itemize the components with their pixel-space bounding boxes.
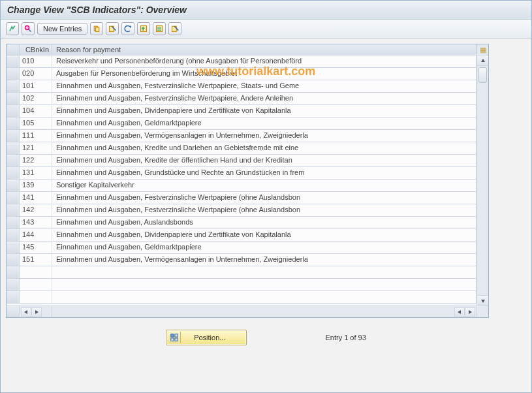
scroll-down-arrow[interactable] (477, 295, 488, 306)
scroll-right-arrow[interactable] (31, 307, 42, 317)
row-selector[interactable] (7, 130, 20, 142)
select-all-header[interactable] (7, 44, 20, 55)
select-block-button[interactable] (153, 22, 166, 35)
grid-settings-icon: ▦ (480, 46, 486, 54)
svg-marker-19 (481, 59, 485, 62)
cell-reason[interactable]: Einnahmen und Ausgaben, Festverzinsliche… (52, 93, 477, 104)
table-row[interactable]: 139Sonstiger Kapitalverkehr (7, 180, 477, 192)
cell-cbnkin[interactable]: 139 (20, 180, 52, 191)
cell-reason[interactable]: Einnahmen und Ausgaben, Festverzinsliche… (52, 80, 477, 92)
cell-reason[interactable]: Einnahmen und Ausgaben, Festverzinsliche… (52, 192, 477, 204)
cell-cbnkin[interactable]: 101 (20, 80, 52, 92)
cell-cbnkin[interactable]: 142 (20, 204, 52, 216)
svg-rect-25 (170, 334, 173, 337)
row-selector[interactable] (7, 80, 20, 92)
cell-reason[interactable]: Einnahmen und Ausgaben, Festverzinsliche… (52, 204, 477, 216)
cell-cbnkin[interactable]: 010 (20, 55, 52, 67)
table-row[interactable]: 145Einnahmen und Ausgaben, Geldmarktpapi… (7, 242, 477, 254)
title-bar: Change View "SCB Indicators": Overview (1, 1, 531, 20)
delete-button[interactable] (106, 22, 119, 35)
cell-cbnkin[interactable]: 131 (20, 167, 52, 179)
cell-reason[interactable]: Reiseverkehr und Personenbeförderung (oh… (52, 55, 477, 67)
cell-cbnkin[interactable]: 141 (20, 192, 52, 204)
scroll-left-arrow[interactable] (21, 307, 31, 317)
row-selector[interactable] (7, 229, 20, 241)
table-row[interactable]: 141Einnahmen und Ausgaben, Festverzinsli… (7, 192, 477, 204)
table-row[interactable]: 101Einnahmen und Ausgaben, Festverzinsli… (7, 80, 477, 93)
cell-cbnkin[interactable]: 122 (20, 155, 52, 166)
cell-reason[interactable]: Einnahmen und Ausgaben, Grundstücke und … (52, 167, 477, 179)
scroll-right-arrow-b[interactable] (465, 307, 475, 317)
table-row[interactable]: 143Einnahmen und Ausgaben, Auslandsbonds (7, 217, 477, 229)
undo-change-button[interactable] (121, 22, 134, 35)
row-selector[interactable] (7, 105, 20, 117)
cell-reason[interactable]: Einnahmen und Ausgaben, Kredite der öffe… (52, 155, 477, 166)
table-row[interactable]: 020Ausgaben für Personenbeförderung im W… (7, 68, 477, 80)
row-selector[interactable] (7, 55, 20, 67)
row-selector[interactable] (7, 68, 20, 80)
find-button[interactable] (22, 22, 35, 35)
cell-cbnkin[interactable]: 102 (20, 93, 52, 104)
cell-cbnkin[interactable]: 121 (20, 142, 52, 154)
row-selector[interactable] (7, 93, 20, 104)
vertical-scrollbar[interactable] (477, 55, 488, 306)
cell-cbnkin[interactable]: 144 (20, 229, 52, 241)
row-selector[interactable] (7, 192, 20, 204)
row-selector[interactable] (7, 142, 20, 154)
cell-reason[interactable]: Einnahmen und Ausgaben, Dividenpapiere u… (52, 229, 477, 241)
table-row[interactable]: 144Einnahmen und Ausgaben, Dividenpapier… (7, 229, 477, 242)
cell-reason[interactable]: Einnahmen und Ausgaben, Vermögensanlagen… (52, 130, 477, 142)
other-view-button[interactable] (6, 22, 19, 35)
col-header-reason[interactable]: Reason for payment (52, 44, 477, 55)
hscroll-col-b[interactable] (52, 306, 477, 317)
copy-as-button[interactable] (90, 22, 103, 35)
row-selector[interactable] (7, 217, 20, 228)
scroll-thumb[interactable] (478, 67, 487, 83)
table-row[interactable]: 151Einnahmen und Ausgaben, Vermögensanla… (7, 254, 477, 266)
table-row[interactable]: 111Einnahmen und Ausgaben, Vermögensanla… (7, 130, 477, 142)
cell-cbnkin[interactable]: 104 (20, 105, 52, 117)
cell-reason[interactable]: Sonstiger Kapitalverkehr (52, 180, 477, 191)
table-row[interactable]: 122Einnahmen und Ausgaben, Kredite der ö… (7, 155, 477, 167)
cell-reason[interactable]: Einnahmen und Ausgaben, Auslandsbonds (52, 217, 477, 228)
scroll-up-arrow[interactable] (477, 55, 488, 66)
cell-reason[interactable]: Einnahmen und Ausgaben, Kredite und Darl… (52, 142, 477, 154)
row-selector[interactable] (7, 204, 20, 216)
table-row[interactable]: 131Einnahmen und Ausgaben, Grundstücke u… (7, 167, 477, 180)
col-header-cbnkin[interactable]: CBnkIn (20, 44, 52, 55)
select-all-button[interactable] (137, 22, 150, 35)
new-entries-button[interactable]: New Entries (37, 23, 87, 35)
configure-columns-button[interactable]: ▦ (477, 44, 488, 55)
cell-reason[interactable]: Einnahmen und Ausgaben, Vermögensanlagen… (52, 254, 477, 266)
table-row[interactable]: 105Einnahmen und Ausgaben, Geldmarktpapi… (7, 118, 477, 130)
hscroll-col-a[interactable] (20, 306, 52, 317)
cell-reason[interactable]: Ausgaben für Personenbeförderung im Wirt… (52, 68, 477, 80)
cell-cbnkin[interactable]: 151 (20, 254, 52, 266)
svg-marker-21 (24, 310, 27, 314)
grid-body: 010Reiseverkehr und Personenbeförderung … (7, 55, 488, 306)
horizontal-scroll-row (7, 306, 488, 317)
position-button[interactable]: Position... (166, 330, 247, 345)
cell-reason[interactable]: Einnahmen und Ausgaben, Geldmarktpapiere (52, 118, 477, 129)
cell-cbnkin[interactable]: 020 (20, 68, 52, 80)
cell-reason[interactable]: Einnahmen und Ausgaben, Geldmarktpapiere (52, 242, 477, 253)
deselect-all-button[interactable] (168, 22, 181, 35)
cell-cbnkin[interactable]: 143 (20, 217, 52, 228)
cell-cbnkin[interactable]: 145 (20, 242, 52, 253)
table-row[interactable]: 142Einnahmen und Ausgaben, Festverzinsli… (7, 204, 477, 217)
row-selector[interactable] (7, 155, 20, 166)
cell-reason[interactable]: Einnahmen und Ausgaben, Dividenpapiere u… (52, 105, 477, 117)
table-row[interactable]: 102Einnahmen und Ausgaben, Festverzinsli… (7, 93, 477, 105)
row-selector[interactable] (7, 118, 20, 129)
row-selector[interactable] (7, 254, 20, 266)
table-row[interactable]: 121Einnahmen und Ausgaben, Kredite und D… (7, 142, 477, 155)
cell-cbnkin[interactable]: 111 (20, 130, 52, 142)
scroll-left-arrow-b[interactable] (454, 307, 465, 317)
row-selector[interactable] (7, 180, 20, 191)
table-row[interactable]: 010Reiseverkehr und Personenbeförderung … (7, 55, 477, 68)
row-selector[interactable] (7, 242, 20, 253)
table-row[interactable]: 104Einnahmen und Ausgaben, Dividenpapier… (7, 105, 477, 118)
cell-cbnkin[interactable]: 105 (20, 118, 52, 129)
table-row-empty (7, 291, 477, 304)
row-selector[interactable] (7, 167, 20, 179)
